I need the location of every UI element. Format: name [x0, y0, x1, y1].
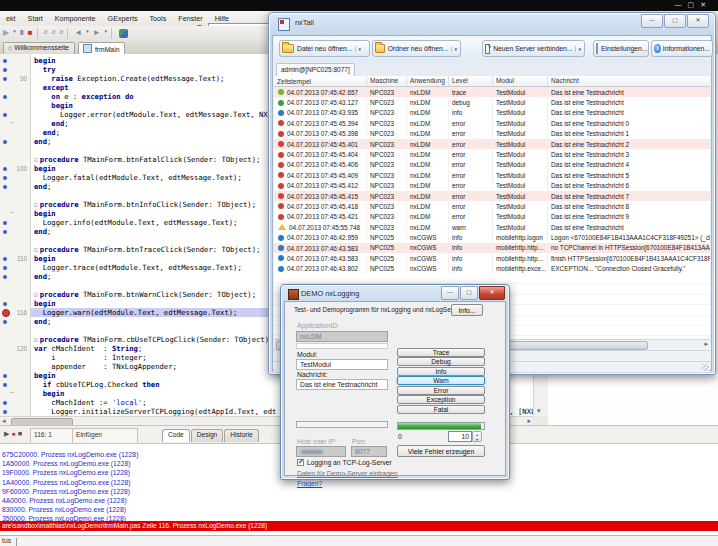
gutter-line[interactable]	[0, 56, 30, 65]
error-count-field[interactable]: 10	[448, 431, 472, 442]
debug-stop-icon[interactable]: ■	[18, 430, 24, 437]
run-icon[interactable]: ▶	[3, 28, 9, 37]
log-table-row[interactable]: 04.07.2013 07:45:45.401NPC023nxLDMerrorT…	[274, 139, 710, 149]
column-header[interactable]: Zeitstempel	[274, 76, 367, 86]
minimize-icon[interactable]: —	[641, 14, 663, 28]
menu-item-hilfe[interactable]: Hilfe	[209, 11, 235, 23]
questions-link[interactable]: Fragen?	[297, 480, 322, 487]
code-line[interactable]: end;	[34, 119, 69, 128]
menu-item-fenster[interactable]: Fenster	[172, 11, 208, 23]
gutter-line[interactable]	[0, 317, 30, 326]
code-line[interactable]: begin	[34, 209, 56, 218]
code-line[interactable]: cMachIdent := 'local';	[34, 398, 147, 407]
connect-server-button[interactable]: Neuen Server verbinden...▾	[482, 40, 585, 57]
code-line[interactable]: end;	[34, 137, 51, 146]
event-log-line[interactable]: 830000. Prozess nxLogDemo.exe (1228)	[0, 505, 718, 514]
maximize-icon[interactable]: ▢	[460, 286, 478, 300]
panel-splitter[interactable]	[16, 538, 17, 546]
open-file-button[interactable]: Datei neu öffnen...▾	[279, 40, 370, 57]
scroll-left-icon[interactable]: ◂	[2, 417, 6, 425]
event-log-line[interactable]: 4A0000. Prozess nxLogDemo.exe (1228)	[0, 496, 718, 505]
column-header[interactable]: Modul	[493, 76, 548, 86]
gutter-line[interactable]: 100	[0, 164, 30, 173]
chevron-down-icon[interactable]: ▾	[575, 46, 582, 52]
code-line[interactable]: i : Integer;	[34, 353, 147, 362]
gutter-line[interactable]	[0, 83, 30, 92]
gutter-line[interactable]: 110	[0, 254, 30, 263]
maximize-icon[interactable]: ▢	[664, 14, 686, 28]
log-table-row[interactable]: 04.07.2013 07:46:43.802NPC025nxCGWSinfom…	[274, 264, 710, 274]
ide-window-controls[interactable]: —▢✕	[675, 1, 713, 9]
log-table-row[interactable]: 04.07.2013 07:45:45.412NPC023nxLDMerrorT…	[274, 181, 710, 191]
code-line[interactable]: var cMachIdent : String;	[34, 344, 142, 353]
gutter-line[interactable]	[0, 137, 30, 146]
code-line[interactable]: end;	[34, 317, 51, 326]
log-table-row[interactable]: 04.07.2013 07:45:45.415NPC023nxLDMerrorT…	[274, 191, 710, 201]
tab-historie[interactable]: Historie	[224, 429, 258, 442]
code-line[interactable]: procedure TMainForm.btnTraceClick(Sender…	[34, 245, 260, 254]
log-table-row[interactable]: 04.07.2013 07:45:45.418NPC023nxLDMerrorT…	[274, 201, 710, 211]
forward-dropdown-icon[interactable]: ▾	[105, 28, 108, 34]
column-header[interactable]: Maschine	[367, 76, 407, 86]
code-line[interactable]: raise Exception.Create(edtMessage.Text);	[34, 74, 224, 83]
tab-code[interactable]: Code	[162, 429, 190, 442]
step-into-icon[interactable]: a	[51, 28, 55, 35]
generate-errors-button[interactable]: Viele Fehler erzeugen	[397, 445, 485, 457]
gutter-line[interactable]	[0, 200, 30, 209]
gutter-line[interactable]	[0, 398, 30, 407]
code-line[interactable]: begin	[34, 371, 56, 380]
gutter-line[interactable]: 116	[0, 308, 30, 317]
log-table-row[interactable]: 04.07.2013 07:45:55.748NPC023nxLDMwarnTe…	[274, 222, 710, 232]
exception-button[interactable]: Exception	[397, 395, 485, 404]
gutter-line[interactable]: −	[0, 119, 30, 128]
close-icon[interactable]: ✕	[479, 286, 505, 300]
editor-gutter[interactable]: 90−100−110116120−	[0, 54, 31, 416]
maximize-icon[interactable]: ▢	[688, 1, 701, 8]
gutter-line[interactable]	[0, 326, 30, 335]
tcp-logging-checkbox[interactable]	[297, 459, 304, 466]
code-line[interactable]: procedure TMainForm.cbUseTCPLogClick(Sen…	[34, 335, 273, 344]
menu-item-tools[interactable]: Tools	[144, 11, 173, 23]
code-line[interactable]: Logger.fatal(edtModule.Text, edtMessage.…	[34, 173, 242, 182]
run-dropdown-icon[interactable]: ▾	[13, 28, 16, 34]
chevron-down-icon[interactable]: ▾	[355, 46, 362, 52]
demo-nxlogging-window[interactable]: DEMO nxLogging — ▢ ✕ Test- und Demoprogr…	[280, 284, 510, 480]
code-line[interactable]: on e : exception do	[34, 92, 134, 101]
module-field[interactable]: TestModul	[296, 359, 388, 370]
pause-icon[interactable]: ‖	[20, 28, 24, 37]
gutter-line[interactable]: −	[0, 389, 30, 398]
log-table-row[interactable]: 04.07.2013 07:45:43.127NPC023nxLDMdebugT…	[274, 97, 710, 107]
column-header[interactable]: Level	[449, 76, 493, 86]
chevron-down-icon[interactable]: ▾	[451, 46, 458, 52]
tab-design[interactable]: Design	[191, 429, 224, 442]
close-icon[interactable]: ✕	[687, 14, 709, 28]
minimize-icon[interactable]: —	[675, 1, 688, 8]
minimize-icon[interactable]: —	[441, 286, 459, 300]
gutter-line[interactable]	[0, 245, 30, 254]
code-line[interactable]: Logger.trace(edtModule.Text, edtMessage.…	[34, 263, 242, 272]
demo-server-link[interactable]: Daten für Demo-Server eintragen	[297, 470, 398, 477]
log-table-row[interactable]: 04.07.2013 07:46:43.583NPC025nxCGWSinfom…	[274, 253, 710, 263]
menu-item-komponente[interactable]: Komponente	[49, 11, 102, 23]
code-line[interactable]: Logger.initializeServerTCPLogging(edtApp…	[34, 407, 276, 416]
code-line[interactable]: appender : TNxLogAppender;	[34, 362, 177, 371]
gutter-line[interactable]	[0, 128, 30, 137]
server-session-tab[interactable]: admin@[NPC025:8077]	[276, 63, 355, 76]
fatal-button[interactable]: Fatal	[397, 405, 485, 414]
resize-grip[interactable]	[702, 364, 709, 371]
log-table-row[interactable]: 04.07.2013 07:45:45.409NPC023nxLDMerrorT…	[274, 170, 710, 180]
code-line[interactable]: begin	[34, 254, 56, 263]
log-table-row[interactable]: 04.07.2013 07:45:42.657NPC023nxLDMtraceT…	[274, 87, 710, 97]
gutter-line[interactable]: −	[0, 209, 30, 218]
code-line[interactable]: end;	[34, 272, 51, 281]
gutter-line[interactable]	[0, 92, 30, 101]
menu-item-gexperts[interactable]: GExperts	[102, 11, 144, 23]
step-out-icon[interactable]: a	[59, 28, 63, 35]
settings-button[interactable]: Einstellungen...	[593, 40, 649, 57]
scroll-right-icon[interactable]: ▸	[527, 417, 531, 425]
log-table-row[interactable]: 04.07.2013 07:45:45.398NPC023nxLDMerrorT…	[274, 129, 710, 139]
spinner-up-down-icon[interactable]: ▴▾	[472, 431, 482, 442]
log-table-row[interactable]: 04.07.2013 07:46:42.959NPC025nxCGWSinfom…	[274, 232, 710, 242]
gutter-line[interactable]	[0, 155, 30, 164]
gutter-line[interactable]: 90	[0, 74, 30, 83]
